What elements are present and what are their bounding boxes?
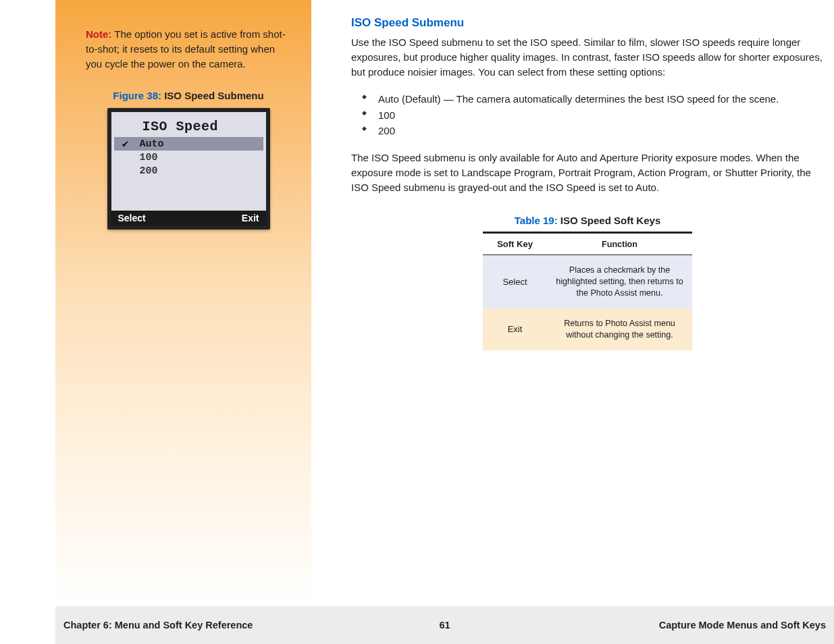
- list-item: 100: [366, 107, 824, 123]
- lcd-softkey-left: Select: [118, 213, 146, 223]
- lcd-row-100: 100: [114, 151, 263, 164]
- table-header-function: Function: [547, 233, 692, 255]
- cell-function: Places a checkmark by the highlighted se…: [547, 255, 692, 308]
- list-item: Auto (Default) — The camera automaticall…: [366, 91, 824, 107]
- footer-section: Capture Mode Menus and Soft Keys: [659, 620, 826, 630]
- document-page: Note: The option you set is active from …: [55, 0, 834, 644]
- table-row: Exit Returns to Photo Assist menu withou…: [483, 308, 692, 350]
- lcd-softkey-right: Exit: [242, 213, 259, 223]
- table-number: Table 19:: [515, 215, 558, 226]
- section-heading: ISO Speed Submenu: [351, 16, 824, 30]
- footer-chapter: Chapter 6: Menu and Soft Key Reference: [63, 620, 253, 630]
- lcd-softkey-bar: Select Exit: [111, 211, 266, 225]
- table-header-row: Soft Key Function: [483, 233, 692, 255]
- lcd-title: ISO Speed: [111, 112, 266, 137]
- figure-caption: Figure 38: ISO Speed Submenu: [86, 90, 291, 101]
- lcd-option-list: ✔ Auto 100 200: [111, 137, 266, 211]
- checkmark-icon: ✔: [118, 137, 133, 151]
- figure-title: ISO Speed Submenu: [161, 90, 264, 101]
- sidebar-panel: Note: The option you set is active from …: [55, 0, 311, 606]
- softkeys-table: Soft Key Function Select Places a checkm…: [483, 232, 692, 350]
- intro-paragraph: Use the ISO Speed submenu to set the ISO…: [351, 35, 824, 79]
- main-content: ISO Speed Submenu Use the ISO Speed subm…: [351, 16, 824, 350]
- list-item: 200: [366, 123, 824, 138]
- table-title: ISO Speed Soft Keys: [558, 215, 661, 226]
- cell-softkey: Exit: [483, 308, 547, 350]
- lcd-row-200: 200: [114, 164, 263, 178]
- lcd-screenshot: ISO Speed ✔ Auto 100 200: [107, 108, 270, 230]
- cell-function: Returns to Photo Assist menu without cha…: [547, 308, 692, 350]
- figure-number: Figure 38:: [113, 90, 161, 101]
- table-row: Select Places a checkmark by the highlig…: [483, 255, 692, 308]
- lcd-inner: ISO Speed ✔ Auto 100 200: [111, 112, 266, 225]
- table-caption: Table 19: ISO Speed Soft Keys: [351, 215, 824, 226]
- lcd-row-label: 200: [133, 165, 158, 177]
- lcd-row-label: Auto: [133, 138, 164, 150]
- lcd-row-label: 100: [133, 152, 158, 163]
- note-text: The option you set is active from shot-t…: [86, 28, 286, 70]
- options-list: Auto (Default) — The camera automaticall…: [366, 91, 824, 138]
- footer-page-number: 61: [439, 620, 450, 630]
- page-footer: Chapter 6: Menu and Soft Key Reference 6…: [55, 606, 834, 644]
- availability-paragraph: The ISO Speed submenu is only available …: [351, 151, 824, 194]
- note-block: Note: The option you set is active from …: [86, 27, 291, 71]
- cell-softkey: Select: [483, 255, 547, 308]
- table-header-softkey: Soft Key: [483, 233, 547, 255]
- note-label: Note:: [86, 28, 111, 40]
- lcd-row-auto: ✔ Auto: [114, 137, 263, 151]
